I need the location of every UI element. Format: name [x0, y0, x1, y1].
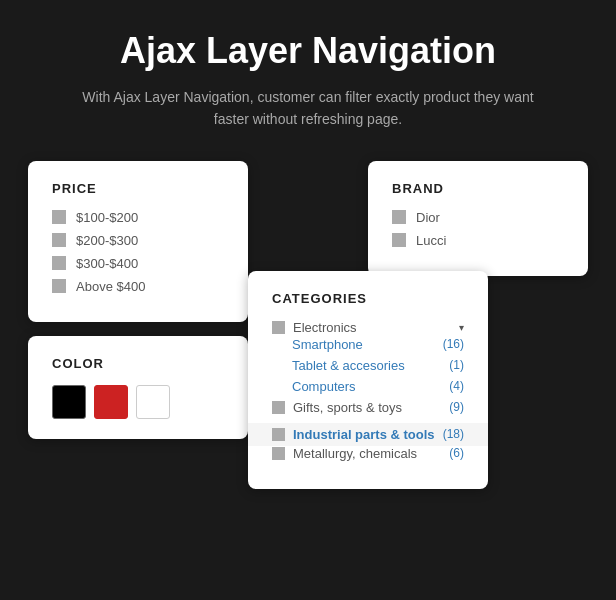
electronics-subitems: Smartphone (16) Tablet & accesories (1) …: [272, 337, 464, 394]
sub-count: (1): [449, 358, 464, 372]
chevron-down-icon: ▾: [459, 322, 464, 333]
sub-count: (4): [449, 379, 464, 393]
list-item[interactable]: $100-$200: [52, 210, 224, 225]
color-swatches: [52, 385, 224, 419]
categories-card: CATEGORIES Electronics ▾ Smartphone (16)…: [248, 271, 488, 489]
sub-count: (16): [443, 337, 464, 351]
cards-area: PRICE $100-$200 $200-$300 $300-$400 Abov…: [28, 161, 588, 541]
cat-label: Metallurgy, chemicals: [293, 446, 417, 461]
checkbox-icon: [52, 233, 66, 247]
page-header: Ajax Layer Navigation With Ajax Layer Na…: [68, 30, 548, 131]
color-swatch-red[interactable]: [94, 385, 128, 419]
color-swatch-black[interactable]: [52, 385, 86, 419]
list-item[interactable]: Lucci: [392, 233, 564, 248]
categories-title: CATEGORIES: [272, 291, 464, 306]
list-item[interactable]: $300-$400: [52, 256, 224, 271]
list-item[interactable]: Dior: [392, 210, 564, 225]
price-label: $200-$300: [76, 233, 138, 248]
list-item[interactable]: Metallurgy, chemicals (6): [272, 446, 464, 461]
checkbox-icon: [52, 210, 66, 224]
color-card: COLOR: [28, 336, 248, 439]
sub-label: Smartphone: [292, 337, 363, 352]
price-title: PRICE: [52, 181, 224, 196]
price-label: $100-$200: [76, 210, 138, 225]
checkbox-icon: [392, 233, 406, 247]
checkbox-icon: [272, 447, 285, 460]
sub-label: Tablet & accesories: [292, 358, 405, 373]
checkbox-icon: [272, 401, 285, 414]
color-swatch-white[interactable]: [136, 385, 170, 419]
cat-left: Gifts, sports & toys: [272, 400, 402, 415]
color-title: COLOR: [52, 356, 224, 371]
checkbox-icon: [272, 321, 285, 334]
price-label: Above $400: [76, 279, 145, 294]
price-card: PRICE $100-$200 $200-$300 $300-$400 Abov…: [28, 161, 248, 322]
cat-left: Industrial parts & tools: [272, 427, 435, 442]
brand-card: BRAND Dior Lucci: [368, 161, 588, 276]
sub-label: Computers: [292, 379, 356, 394]
cat-label: Gifts, sports & toys: [293, 400, 402, 415]
cat-label-highlight: Industrial parts & tools: [293, 427, 435, 442]
list-item[interactable]: Computers (4): [292, 379, 464, 394]
cat-count: (9): [449, 400, 464, 414]
cat-count: (18): [443, 427, 464, 441]
checkbox-icon: [392, 210, 406, 224]
list-item[interactable]: Above $400: [52, 279, 224, 294]
page-description: With Ajax Layer Navigation, customer can…: [68, 86, 548, 131]
page-title: Ajax Layer Navigation: [68, 30, 548, 72]
electronics-left: Electronics: [272, 320, 357, 335]
electronics-label: Electronics: [293, 320, 357, 335]
list-item[interactable]: $200-$300: [52, 233, 224, 248]
brand-label: Lucci: [416, 233, 446, 248]
brand-title: BRAND: [392, 181, 564, 196]
cat-count: (6): [449, 446, 464, 460]
checkbox-icon: [52, 279, 66, 293]
list-item[interactable]: Industrial parts & tools (18): [248, 423, 488, 446]
cat-left: Metallurgy, chemicals: [272, 446, 417, 461]
checkbox-icon: [52, 256, 66, 270]
checkbox-icon: [272, 428, 285, 441]
category-electronics-row[interactable]: Electronics ▾: [272, 320, 464, 335]
price-label: $300-$400: [76, 256, 138, 271]
list-item[interactable]: Tablet & accesories (1): [292, 358, 464, 373]
list-item[interactable]: Gifts, sports & toys (9): [272, 400, 464, 415]
list-item[interactable]: Smartphone (16): [292, 337, 464, 352]
brand-label: Dior: [416, 210, 440, 225]
